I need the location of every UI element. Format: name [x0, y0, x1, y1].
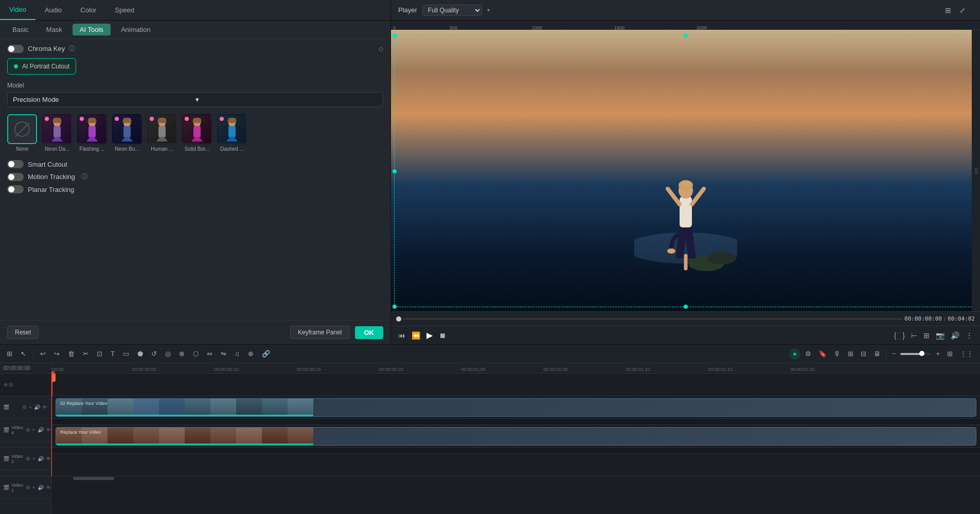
mic-icon[interactable]: 🎙 [831, 348, 843, 359]
tool-keyframe[interactable]: ◎ [163, 348, 173, 359]
tool-split[interactable]: ⊡ [94, 348, 105, 359]
ok-button[interactable]: OK [355, 326, 384, 339]
track-layers-button[interactable]: ⊟ [8, 381, 13, 388]
chroma-key-toggle[interactable] [7, 45, 24, 53]
tool-select[interactable]: ⊞ [4, 348, 15, 359]
tool-cut[interactable]: ✂ [80, 348, 91, 359]
tool-audio[interactable]: ♫ [232, 348, 242, 359]
record-button[interactable]: ● [789, 348, 800, 360]
tab-video[interactable]: Video [0, 0, 35, 20]
scrollbar-thumb[interactable] [73, 477, 114, 480]
tracks-content[interactable]: 00:00:00:00 00:00:00:05 00:00:00:10 00:0… [51, 363, 980, 514]
snapshot-icon[interactable]: 📷 [934, 330, 947, 341]
tab-basic[interactable]: Basic [5, 24, 36, 36]
track-4-speaker[interactable]: 🔊 [37, 427, 44, 433]
tool-arrow[interactable]: ↖ [18, 348, 29, 359]
horizontal-scrollbar[interactable] [51, 476, 980, 481]
motion-tracking-toggle[interactable] [7, 173, 24, 181]
track-1-add[interactable]: + [32, 484, 36, 491]
import-icon[interactable]: ⊞ [845, 348, 856, 359]
effect-solid-bor[interactable]: Solid Bor... [182, 114, 212, 152]
bracket-start-icon[interactable]: { [892, 330, 899, 341]
tool-effects[interactable]: ⬡ [190, 348, 201, 359]
progress-handle[interactable] [396, 316, 401, 322]
tab-speed[interactable]: Speed [105, 0, 144, 20]
export-icon[interactable]: ⊟ [858, 348, 869, 359]
track-4-add[interactable]: + [32, 427, 36, 433]
more-options-icon[interactable]: ⋮⋮ [957, 348, 976, 359]
crop-icon[interactable]: ⊞ [921, 330, 932, 341]
tool-link[interactable]: 🔗 [259, 348, 273, 359]
progress-bar[interactable] [403, 318, 902, 320]
ai-portrait-cutout-card[interactable]: AI Portrait Cutout [7, 58, 76, 75]
tool-delete[interactable]: 🗑 [65, 348, 77, 359]
tool-text[interactable]: T [108, 348, 117, 359]
effect-human[interactable]: Human ... [147, 114, 177, 152]
track-5-speaker[interactable]: 🔊 [33, 404, 41, 411]
tool-color[interactable]: ⇋ [218, 348, 229, 359]
effect-neon-bo[interactable]: Neon Bo... [112, 114, 142, 152]
planar-tracking-toggle[interactable] [7, 185, 24, 193]
track-2-settings[interactable]: ⚙ [25, 455, 31, 462]
stop-button[interactable]: ⏹ [437, 330, 448, 341]
zoom-out-icon[interactable]: − [889, 348, 899, 359]
track-1-speaker[interactable]: 🔊 [37, 484, 44, 491]
track-4-settings[interactable]: ⚙ [25, 427, 31, 433]
bookmark-icon[interactable]: 🔖 [816, 348, 829, 359]
screen-icon[interactable]: 🖥 [871, 348, 883, 359]
tool-motion[interactable]: ⊕ [176, 348, 187, 359]
track-1-eye[interactable]: 👁 [45, 484, 51, 491]
skip-back-button[interactable]: ⏪ [409, 330, 422, 341]
track-2-eye[interactable]: 👁 [45, 455, 51, 462]
tab-animation[interactable]: Animation [114, 24, 158, 36]
track-2-add[interactable]: + [32, 455, 36, 462]
keyframe-panel-button[interactable]: Keyframe Panel [290, 326, 349, 339]
tool-redo[interactable]: ↪ [51, 348, 62, 359]
zoom-slider[interactable] [900, 353, 931, 355]
maximize-icon[interactable]: ⤢ [957, 5, 968, 15]
track-2-speaker[interactable]: 🔊 [37, 455, 44, 462]
trim-icon[interactable]: ⊢ [909, 330, 919, 341]
tab-ai-tools[interactable]: AI Tools [73, 24, 111, 36]
tab-color[interactable]: Color [71, 0, 105, 20]
grid-icon[interactable]: ⊞ [945, 348, 955, 359]
play-button[interactable]: ▶ [424, 329, 435, 341]
effect-flashing[interactable]: Flashing ... [77, 114, 107, 152]
effect-none[interactable]: None [7, 114, 37, 152]
volume-icon[interactable]: 🔊 [949, 330, 961, 341]
tool-add[interactable]: ⊕ [245, 348, 256, 359]
model-dropdown[interactable]: Precision Mode ▾ [7, 92, 383, 107]
tool-shape[interactable]: ▭ [120, 348, 132, 359]
tab-mask[interactable]: Mask [39, 24, 69, 36]
tool-rotate[interactable]: ↺ [149, 348, 159, 359]
motion-tracking-help-icon[interactable]: ⓘ [81, 172, 87, 181]
track-5-settings[interactable]: ⚙ [22, 404, 27, 411]
tool-crop[interactable]: ⬟ [135, 348, 146, 359]
clip-video-2[interactable]: Replace Your Video [56, 427, 976, 446]
bottom-area: ⊞ ↖ ↩ ↪ 🗑 ✂ ⊡ T ▭ ⬟ ↺ ◎ ⊕ ⬡ ⇔ ⇋ ♫ ⊕ 🔗 ● … [0, 344, 980, 514]
zoom-handle[interactable] [919, 351, 924, 356]
tool-undo[interactable]: ↩ [38, 348, 48, 359]
quality-select[interactable]: Full Quality Half Quality Quarter Qualit… [422, 5, 482, 16]
add-track-button[interactable]: ⊕ [3, 381, 8, 388]
grid-view-icon[interactable]: ⊞ [943, 5, 953, 15]
effect-dashed[interactable]: Dashed ... [217, 114, 247, 152]
tool-transitions[interactable]: ⇔ [204, 348, 215, 359]
reset-button[interactable]: Reset [7, 326, 39, 339]
playhead[interactable] [51, 374, 52, 476]
right-toolbar: ● ⚙ 🔖 🎙 ⊞ ⊟ 🖥 − + ⊞ ⋮⋮ [789, 348, 976, 360]
clip-video-4[interactable]: 02 Replace Your Video [56, 398, 976, 417]
settings-icon[interactable]: ⚙ [803, 348, 814, 359]
tab-audio[interactable]: Audio [35, 0, 71, 20]
track-1-settings[interactable]: ⚙ [25, 484, 31, 491]
more-icon[interactable]: ⋮ [964, 330, 975, 341]
prev-frame-button[interactable]: ⏮ [396, 330, 407, 341]
chroma-key-help-icon[interactable]: ⓘ [69, 44, 75, 53]
effect-neon-da[interactable]: Neon Da... [42, 114, 72, 152]
track-4-eye[interactable]: 👁 [45, 427, 51, 433]
smart-cutout-toggle[interactable] [7, 160, 24, 168]
zoom-in-icon[interactable]: + [933, 348, 942, 359]
track-5-add[interactable]: + [28, 404, 32, 411]
track-5-eye[interactable]: 👁 [42, 404, 48, 411]
bracket-end-icon[interactable]: } [900, 330, 907, 341]
